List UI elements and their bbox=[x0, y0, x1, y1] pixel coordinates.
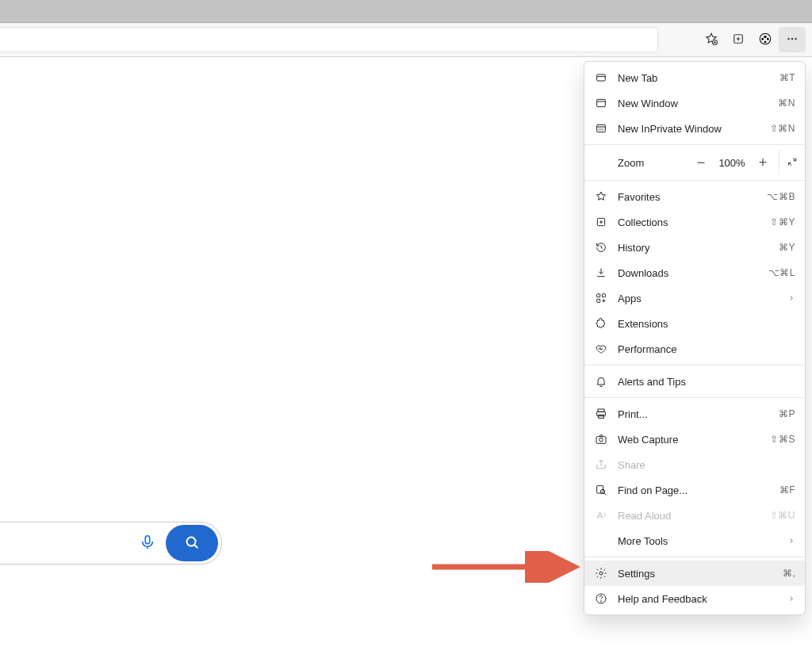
menu-item-label: Find on Page... bbox=[618, 484, 770, 496]
menu-separator bbox=[584, 397, 805, 398]
collections-button[interactable] bbox=[725, 27, 752, 52]
menu-item-shortcut: ⌥⌘B bbox=[767, 191, 795, 202]
svg-rect-6 bbox=[145, 535, 150, 543]
svg-point-5 bbox=[795, 37, 796, 39]
zoom-in-button[interactable]: + bbox=[750, 150, 776, 175]
star-add-icon bbox=[704, 32, 718, 48]
menu-item-new-tab[interactable]: New Tab ⌘T bbox=[584, 65, 805, 90]
gear-icon bbox=[594, 566, 608, 580]
svg-point-3 bbox=[787, 37, 789, 39]
menu-item-label: Help and Feedback bbox=[618, 593, 778, 605]
address-bar[interactable] bbox=[0, 27, 658, 52]
svg-point-7 bbox=[187, 537, 196, 545]
browser-toolbar bbox=[0, 23, 812, 57]
menu-item-find[interactable]: Find on Page... ⌘F bbox=[584, 477, 805, 503]
menu-zoom-row: Zoom − 100% + bbox=[584, 148, 805, 177]
menu-item-settings[interactable]: Settings ⌘, bbox=[584, 561, 805, 586]
heartbeat-icon bbox=[594, 342, 608, 356]
svg-rect-15 bbox=[597, 299, 600, 302]
menu-separator bbox=[584, 144, 805, 145]
svg-point-4 bbox=[791, 37, 793, 39]
menu-item-label: Apps bbox=[618, 293, 778, 304]
profile-button[interactable] bbox=[752, 27, 779, 52]
search-submit-button[interactable] bbox=[166, 525, 218, 561]
zoom-value: 100% bbox=[714, 157, 750, 169]
menu-item-alerts[interactable]: Alerts and Tips bbox=[584, 369, 805, 394]
zoom-label: Zoom bbox=[584, 157, 688, 169]
svg-rect-16 bbox=[598, 409, 604, 411]
menu-item-label: Read Aloud bbox=[618, 510, 760, 522]
svg-point-25 bbox=[600, 601, 601, 602]
collections-icon bbox=[731, 32, 745, 48]
menu-item-new-window[interactable]: New Window ⌘N bbox=[584, 90, 805, 116]
menu-item-shortcut: ⌘, bbox=[783, 568, 795, 579]
menu-item-label: Downloads bbox=[618, 267, 759, 279]
menu-item-apps[interactable]: Apps bbox=[584, 285, 805, 311]
puzzle-icon bbox=[594, 316, 608, 331]
inprivate-icon bbox=[594, 121, 608, 136]
menu-item-label: New InPrivate Window bbox=[618, 123, 760, 135]
menu-separator bbox=[584, 557, 805, 557]
menu-separator bbox=[584, 180, 805, 181]
svg-point-20 bbox=[599, 438, 603, 442]
blank-icon bbox=[594, 534, 608, 548]
menu-item-help[interactable]: Help and Feedback bbox=[584, 586, 805, 611]
menu-item-performance[interactable]: Performance bbox=[584, 336, 805, 362]
page-content: New Tab ⌘T New Window ⌘N New InPrivate W… bbox=[0, 57, 812, 666]
menu-item-shortcut: ⌥⌘L bbox=[768, 267, 795, 278]
menu-item-downloads[interactable]: Downloads ⌥⌘L bbox=[584, 260, 805, 285]
window-icon bbox=[594, 96, 608, 110]
menu-item-label: Web Capture bbox=[618, 434, 760, 446]
apps-icon bbox=[594, 291, 608, 305]
printer-icon bbox=[594, 407, 608, 421]
menu-item-label: History bbox=[618, 242, 769, 254]
svg-rect-13 bbox=[597, 294, 600, 297]
menu-item-share: Share bbox=[584, 452, 805, 477]
more-menu-button[interactable] bbox=[779, 27, 806, 52]
search-icon bbox=[183, 534, 201, 553]
menu-item-shortcut: ⌘P bbox=[779, 408, 795, 419]
menu-item-favorites[interactable]: Favorites ⌥⌘B bbox=[584, 184, 805, 209]
collections-icon bbox=[594, 215, 608, 229]
svg-rect-8 bbox=[597, 75, 606, 81]
zoom-out-button[interactable]: − bbox=[688, 150, 714, 175]
read-aloud-icon bbox=[594, 508, 608, 522]
soccer-ball-icon bbox=[758, 32, 772, 48]
menu-item-label: New Window bbox=[618, 98, 768, 109]
svg-rect-18 bbox=[599, 415, 604, 418]
menu-item-shortcut: ⇧⌘Y bbox=[770, 216, 795, 228]
download-icon bbox=[594, 266, 608, 280]
fullscreen-button[interactable] bbox=[779, 150, 805, 175]
tab-icon bbox=[594, 71, 608, 85]
voice-search-button[interactable] bbox=[134, 530, 161, 557]
svg-rect-14 bbox=[602, 294, 605, 297]
menu-item-extensions[interactable]: Extensions bbox=[584, 311, 805, 336]
menu-item-shortcut: ⌘Y bbox=[779, 242, 795, 253]
menu-item-history[interactable]: History ⌘Y bbox=[584, 235, 805, 260]
menu-item-shortcut: ⇧⌘S bbox=[770, 434, 795, 445]
share-icon bbox=[594, 457, 608, 472]
window-titlebar bbox=[0, 0, 812, 23]
menu-item-label: Alerts and Tips bbox=[618, 376, 795, 388]
favorite-add-button[interactable] bbox=[698, 27, 725, 52]
menu-item-more-tools[interactable]: More Tools bbox=[584, 528, 805, 553]
menu-item-shortcut: ⌘N bbox=[778, 98, 795, 109]
menu-item-collections[interactable]: Collections ⇧⌘Y bbox=[584, 209, 805, 235]
find-icon bbox=[594, 483, 608, 497]
search-box[interactable] bbox=[0, 522, 222, 565]
menu-item-label: Print... bbox=[618, 408, 769, 420]
menu-item-label: Performance bbox=[618, 343, 795, 355]
menu-separator bbox=[584, 365, 805, 366]
chevron-right-icon bbox=[787, 293, 795, 304]
menu-item-shortcut: ⇧⌘N bbox=[770, 123, 795, 134]
menu-item-inprivate-window[interactable]: New InPrivate Window ⇧⌘N bbox=[584, 116, 805, 141]
menu-item-print[interactable]: Print... ⌘P bbox=[584, 401, 805, 427]
history-icon bbox=[594, 240, 608, 255]
star-icon bbox=[594, 189, 608, 204]
menu-item-label: More Tools bbox=[618, 535, 778, 547]
menu-item-web-capture[interactable]: Web Capture ⇧⌘S bbox=[584, 427, 805, 452]
menu-item-shortcut: ⌘F bbox=[779, 484, 795, 496]
menu-item-shortcut: ⌘T bbox=[779, 72, 795, 83]
menu-item-read-aloud: Read Aloud ⇧⌘U bbox=[584, 503, 805, 528]
menu-item-label: Favorites bbox=[618, 191, 757, 203]
